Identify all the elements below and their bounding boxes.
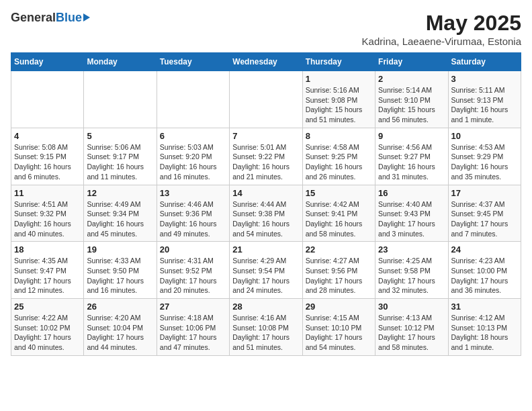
calendar-header-row: SundayMondayTuesdayWednesdayThursdayFrid… — [11, 53, 521, 71]
page-header: General Blue May 2025 Kadrina, Laeaene-V… — [11, 11, 521, 47]
day-info: Sunrise: 5:01 AM Sunset: 9:22 PM Dayligh… — [232, 142, 299, 182]
day-info: Sunrise: 4:29 AM Sunset: 9:54 PM Dayligh… — [232, 256, 299, 295]
day-number: 29 — [306, 302, 372, 312]
day-info: Sunrise: 4:46 AM Sunset: 9:36 PM Dayligh… — [160, 199, 226, 239]
calendar-cell: 8Sunrise: 4:58 AM Sunset: 9:25 PM Daylig… — [302, 128, 375, 185]
day-number: 19 — [87, 244, 153, 255]
calendar-week-row: 4Sunrise: 5:08 AM Sunset: 9:15 PM Daylig… — [11, 128, 521, 185]
calendar-cell: 23Sunrise: 4:25 AM Sunset: 9:58 PM Dayli… — [375, 242, 448, 299]
day-info: Sunrise: 5:11 AM Sunset: 9:13 PM Dayligh… — [451, 85, 518, 125]
day-number: 14 — [232, 188, 299, 198]
day-number: 8 — [306, 131, 372, 141]
calendar-cell: 1Sunrise: 5:16 AM Sunset: 9:08 PM Daylig… — [302, 71, 375, 128]
calendar-cell: 5Sunrise: 5:06 AM Sunset: 9:17 PM Daylig… — [84, 128, 157, 185]
calendar-week-row: 11Sunrise: 4:51 AM Sunset: 9:32 PM Dayli… — [11, 185, 521, 242]
day-info: Sunrise: 4:22 AM Sunset: 10:02 PM Daylig… — [14, 313, 81, 353]
calendar-cell: 26Sunrise: 4:20 AM Sunset: 10:04 PM Dayl… — [84, 299, 157, 356]
day-number: 15 — [306, 188, 372, 198]
header-saturday: Saturday — [448, 53, 521, 71]
day-info: Sunrise: 4:35 AM Sunset: 9:47 PM Dayligh… — [14, 256, 81, 295]
day-info: Sunrise: 4:37 AM Sunset: 9:45 PM Dayligh… — [451, 199, 518, 239]
calendar-cell: 20Sunrise: 4:31 AM Sunset: 9:52 PM Dayli… — [157, 242, 229, 299]
day-info: Sunrise: 5:06 AM Sunset: 9:17 PM Dayligh… — [87, 142, 153, 182]
calendar-cell: 3Sunrise: 5:11 AM Sunset: 9:13 PM Daylig… — [448, 71, 521, 128]
location: Kadrina, Laeaene-Virumaa, Estonia — [362, 36, 521, 47]
day-info: Sunrise: 4:12 AM Sunset: 10:13 PM Daylig… — [451, 313, 518, 353]
day-number: 9 — [378, 131, 445, 141]
calendar-cell: 31Sunrise: 4:12 AM Sunset: 10:13 PM Dayl… — [448, 299, 521, 356]
day-info: Sunrise: 4:49 AM Sunset: 9:34 PM Dayligh… — [87, 199, 153, 239]
calendar-cell — [230, 71, 302, 128]
day-info: Sunrise: 4:44 AM Sunset: 9:38 PM Dayligh… — [232, 199, 299, 239]
calendar-cell: 19Sunrise: 4:33 AM Sunset: 9:50 PM Dayli… — [84, 242, 157, 299]
calendar-cell: 24Sunrise: 4:23 AM Sunset: 10:00 PM Dayl… — [448, 242, 521, 299]
calendar-cell: 7Sunrise: 5:01 AM Sunset: 9:22 PM Daylig… — [230, 128, 302, 185]
calendar-cell: 10Sunrise: 4:53 AM Sunset: 9:29 PM Dayli… — [448, 128, 521, 185]
day-number: 16 — [378, 188, 445, 198]
day-info: Sunrise: 4:16 AM Sunset: 10:08 PM Daylig… — [232, 313, 299, 353]
calendar-cell: 12Sunrise: 4:49 AM Sunset: 9:34 PM Dayli… — [84, 185, 157, 242]
day-number: 23 — [378, 244, 445, 255]
calendar-cell: 28Sunrise: 4:16 AM Sunset: 10:08 PM Dayl… — [230, 299, 302, 356]
day-info: Sunrise: 5:16 AM Sunset: 9:08 PM Dayligh… — [306, 85, 372, 125]
calendar-cell: 15Sunrise: 4:42 AM Sunset: 9:41 PM Dayli… — [302, 185, 375, 242]
day-number: 25 — [14, 302, 81, 312]
month-title: May 2025 — [362, 11, 521, 36]
day-number: 2 — [378, 74, 445, 84]
day-info: Sunrise: 4:13 AM Sunset: 10:12 PM Daylig… — [378, 313, 445, 353]
calendar-cell: 21Sunrise: 4:29 AM Sunset: 9:54 PM Dayli… — [230, 242, 302, 299]
day-number: 1 — [306, 74, 372, 84]
logo: General Blue — [11, 11, 90, 25]
calendar-cell: 2Sunrise: 5:14 AM Sunset: 9:10 PM Daylig… — [375, 71, 448, 128]
calendar-cell: 22Sunrise: 4:27 AM Sunset: 9:56 PM Dayli… — [302, 242, 375, 299]
day-number: 31 — [451, 302, 518, 312]
day-info: Sunrise: 4:25 AM Sunset: 9:58 PM Dayligh… — [378, 256, 445, 295]
logo-general: General — [11, 11, 56, 25]
day-number: 17 — [451, 188, 518, 198]
day-number: 7 — [232, 131, 299, 141]
day-info: Sunrise: 4:42 AM Sunset: 9:41 PM Dayligh… — [306, 199, 372, 239]
calendar-cell — [84, 71, 157, 128]
calendar-cell: 4Sunrise: 5:08 AM Sunset: 9:15 PM Daylig… — [11, 128, 84, 185]
calendar-cell: 25Sunrise: 4:22 AM Sunset: 10:02 PM Dayl… — [11, 299, 84, 356]
calendar-cell: 27Sunrise: 4:18 AM Sunset: 10:06 PM Dayl… — [157, 299, 229, 356]
day-info: Sunrise: 4:33 AM Sunset: 9:50 PM Dayligh… — [87, 256, 153, 295]
logo-blue: Blue — [56, 11, 82, 25]
day-info: Sunrise: 4:18 AM Sunset: 10:06 PM Daylig… — [160, 313, 226, 353]
day-number: 24 — [451, 244, 518, 255]
calendar-cell: 14Sunrise: 4:44 AM Sunset: 9:38 PM Dayli… — [230, 185, 302, 242]
header-thursday: Thursday — [302, 53, 375, 71]
day-number: 28 — [232, 302, 299, 312]
calendar-cell: 6Sunrise: 5:03 AM Sunset: 9:20 PM Daylig… — [157, 128, 229, 185]
day-number: 12 — [87, 188, 153, 198]
day-info: Sunrise: 4:15 AM Sunset: 10:10 PM Daylig… — [306, 313, 372, 353]
day-number: 10 — [451, 131, 518, 141]
day-info: Sunrise: 4:51 AM Sunset: 9:32 PM Dayligh… — [14, 199, 81, 239]
header-wednesday: Wednesday — [230, 53, 302, 71]
day-number: 13 — [160, 188, 226, 198]
day-number: 5 — [87, 131, 153, 141]
calendar-cell: 18Sunrise: 4:35 AM Sunset: 9:47 PM Dayli… — [11, 242, 84, 299]
day-number: 3 — [451, 74, 518, 84]
day-number: 26 — [87, 302, 153, 312]
day-number: 30 — [378, 302, 445, 312]
day-number: 21 — [232, 244, 299, 255]
calendar-cell: 30Sunrise: 4:13 AM Sunset: 10:12 PM Dayl… — [375, 299, 448, 356]
day-number: 4 — [14, 131, 81, 141]
day-info: Sunrise: 4:23 AM Sunset: 10:00 PM Daylig… — [451, 256, 518, 295]
day-info: Sunrise: 4:20 AM Sunset: 10:04 PM Daylig… — [87, 313, 153, 353]
header-sunday: Sunday — [11, 53, 84, 71]
day-number: 6 — [160, 131, 226, 141]
logo-arrow-icon — [83, 13, 90, 21]
calendar-week-row: 18Sunrise: 4:35 AM Sunset: 9:47 PM Dayli… — [11, 242, 521, 299]
title-block: May 2025 Kadrina, Laeaene-Virumaa, Eston… — [362, 11, 521, 47]
calendar-cell: 29Sunrise: 4:15 AM Sunset: 10:10 PM Dayl… — [302, 299, 375, 356]
calendar-cell — [157, 71, 229, 128]
calendar-week-row: 25Sunrise: 4:22 AM Sunset: 10:02 PM Dayl… — [11, 299, 521, 356]
calendar-cell: 9Sunrise: 4:56 AM Sunset: 9:27 PM Daylig… — [375, 128, 448, 185]
header-monday: Monday — [84, 53, 157, 71]
calendar-cell: 11Sunrise: 4:51 AM Sunset: 9:32 PM Dayli… — [11, 185, 84, 242]
header-tuesday: Tuesday — [157, 53, 229, 71]
calendar-table: SundayMondayTuesdayWednesdayThursdayFrid… — [11, 52, 521, 356]
calendar-cell: 13Sunrise: 4:46 AM Sunset: 9:36 PM Dayli… — [157, 185, 229, 242]
